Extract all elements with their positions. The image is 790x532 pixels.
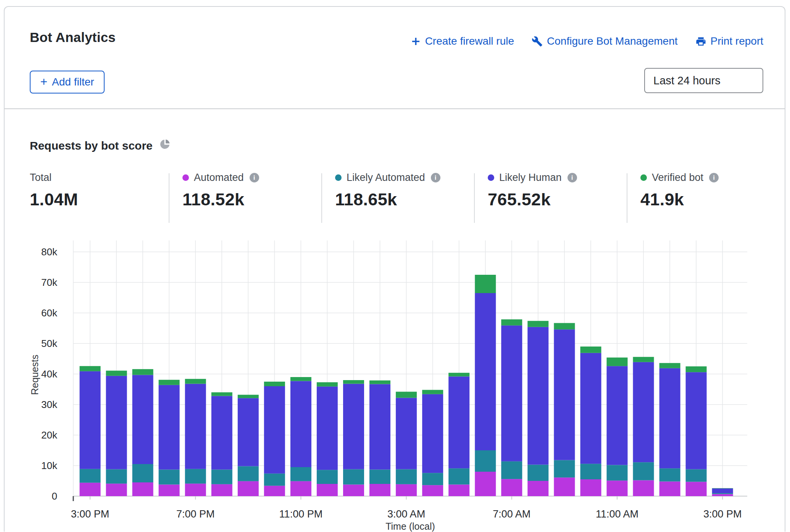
print-report-link[interactable]: Print report [695, 35, 764, 47]
create-firewall-rule-link[interactable]: Create firewall rule [411, 35, 514, 47]
header-actions: Create firewall rule Configure Bot Manag… [411, 35, 763, 47]
stat-divider [169, 173, 169, 223]
stat-value: 41.9k [640, 190, 719, 210]
svg-text:70k: 70k [41, 277, 58, 288]
svg-text:20k: 20k [41, 429, 58, 441]
stat-automated: Automated i 118.52k [182, 172, 259, 225]
stat-divider [627, 173, 627, 223]
svg-text:0: 0 [52, 490, 57, 502]
stat-likely-human: Likely Human i 765.52k [488, 172, 577, 225]
stacked-bar-chart: 010k20k30k40k50k60k70k80k3:00 PM7:00 PM1… [0, 229, 790, 532]
add-filter-button[interactable]: + Add filter [30, 71, 105, 94]
legend-dot-verified-bot [640, 174, 647, 181]
stat-total: Total 1.04M [30, 172, 78, 225]
svg-text:3:00 PM: 3:00 PM [71, 508, 110, 520]
requests-by-bot-score-chart: 010k20k30k40k50k60k70k80k3:00 PM7:00 PM1… [0, 229, 790, 532]
stat-value: 1.04M [30, 190, 78, 210]
stat-label: Total [30, 172, 52, 184]
svg-text:10k: 10k [41, 460, 58, 471]
svg-text:Requests: Requests [29, 355, 40, 395]
svg-text:11:00 PM: 11:00 PM [279, 508, 323, 520]
svg-text:11:00 AM: 11:00 AM [596, 508, 638, 520]
legend-dot-automated [182, 174, 189, 181]
pie-chart-icon [159, 138, 171, 153]
time-range-value: Last 24 hours [653, 74, 721, 87]
svg-text:Time (local): Time (local) [385, 521, 435, 532]
svg-text:80k: 80k [41, 246, 58, 258]
card-header: Bot Analytics Create firewall rule Confi… [5, 7, 785, 109]
svg-text:30k: 30k [41, 399, 58, 410]
configure-bot-management-link[interactable]: Configure Bot Management [532, 35, 677, 47]
stat-divider [474, 173, 475, 223]
section-title: Requests by bot score [30, 138, 171, 153]
legend-dot-likely-automated [335, 174, 342, 181]
legend-dot-likely-human [488, 174, 494, 181]
svg-text:7:00 PM: 7:00 PM [176, 508, 215, 520]
time-range-select[interactable]: Last 24 hours [644, 68, 763, 93]
svg-text:40k: 40k [41, 368, 58, 380]
info-icon[interactable]: i [568, 173, 577, 182]
stat-value: 765.52k [488, 190, 577, 210]
stat-label: Likely Automated [347, 172, 425, 184]
svg-text:60k: 60k [41, 307, 58, 319]
stat-label: Automated [194, 172, 244, 184]
svg-text:3:00 AM: 3:00 AM [387, 508, 425, 520]
info-icon[interactable]: i [250, 173, 259, 182]
info-icon[interactable]: i [709, 173, 719, 182]
wrench-icon [532, 36, 543, 47]
stat-divider [321, 173, 322, 223]
info-icon[interactable]: i [431, 173, 440, 182]
stat-label: Verified bot [652, 172, 703, 184]
plus-icon [411, 36, 421, 47]
stat-label: Likely Human [499, 172, 562, 184]
printer-icon [695, 36, 706, 47]
page-title: Bot Analytics [30, 30, 116, 45]
svg-text:50k: 50k [41, 338, 58, 349]
stat-likely-automated: Likely Automated i 118.65k [335, 172, 440, 225]
plus-icon: + [40, 76, 47, 88]
stat-value: 118.52k [182, 190, 259, 210]
svg-text:3:00 PM: 3:00 PM [703, 508, 742, 520]
stat-value: 118.65k [335, 190, 440, 210]
stat-verified-bot: Verified bot i 41.9k [640, 172, 719, 225]
svg-text:7:00 AM: 7:00 AM [493, 508, 530, 520]
